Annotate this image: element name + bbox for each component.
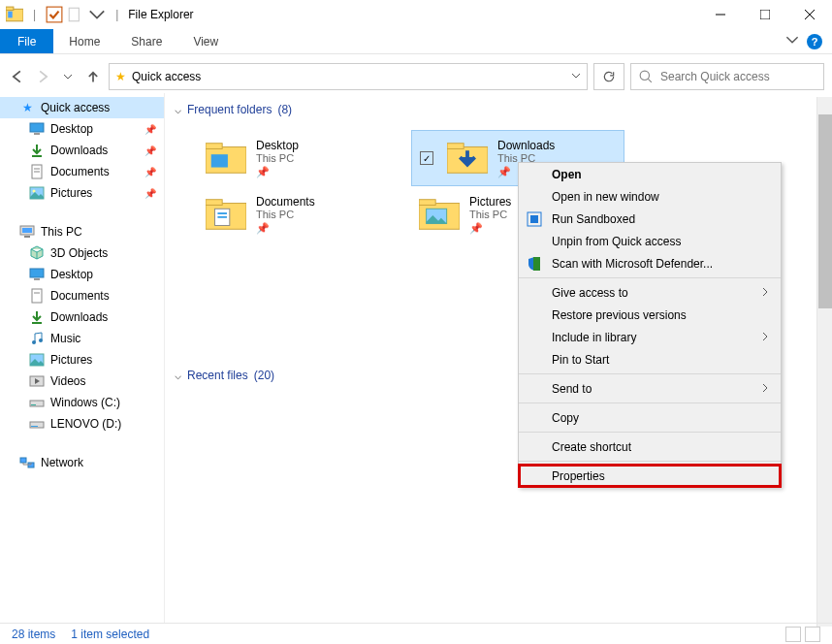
menu-item-restore-previous-versions[interactable]: Restore previous versions [519,304,781,326]
sandbox-icon [527,211,542,227]
menu-item-include-in-library[interactable]: Include in library [519,326,781,348]
details-view-button[interactable] [785,627,801,642]
forward-button[interactable] [33,67,52,86]
star-icon: ★ [19,100,35,115]
sidebar-item-documents-pc[interactable]: Documents [0,285,164,306]
separator: | [33,8,36,21]
sidebar-item-documents[interactable]: Documents📌 [0,161,164,182]
address-bar[interactable]: ★ Quick access [109,63,588,90]
menu-item-label: Open in new window [552,190,659,204]
network-icon [19,455,35,470]
explorer-icon [6,6,23,23]
downloads-icon [29,143,45,158]
sidebar-item-desktop-pc[interactable]: Desktop [0,264,164,285]
sidebar-item-pictures[interactable]: Pictures📌 [0,182,164,204]
menu-item-label: Give access to [552,286,628,300]
search-box[interactable] [630,63,824,90]
sidebar-item-downloads-pc[interactable]: Downloads [0,306,164,328]
svg-rect-3 [47,7,62,22]
sidebar-item-drive-c[interactable]: Windows (C:) [0,392,164,413]
sidebar-item-drive-d[interactable]: LENOVO (D:) [0,413,164,435]
sidebar-item-this-pc[interactable]: This PC [0,221,164,242]
tile-loc: This PC [469,209,511,220]
tab-view[interactable]: View [177,29,234,53]
frequent-folders-header[interactable]: ⌵ Frequent folders (8) [165,93,832,130]
help-icon[interactable]: ? [807,34,822,49]
window-title: File Explorer [128,8,193,21]
menu-item-label: Create shortcut [552,440,631,454]
sidebar-item-3d-objects[interactable]: 3D Objects [0,242,164,264]
menu-separator [519,432,781,433]
sidebar-item-network[interactable]: Network [0,452,164,473]
tab-home[interactable]: Home [53,29,115,53]
svg-rect-11 [30,123,44,132]
tile-loc: This PC [256,152,299,164]
defender-icon [527,256,542,272]
icons-view-button[interactable] [805,627,820,642]
menu-item-label: Include in library [552,331,636,344]
tile-loc: This PC [256,209,315,220]
tab-file[interactable]: File [0,29,53,53]
newfolder-qat-icon[interactable] [67,6,84,23]
documents-icon [29,288,45,304]
checkbox-icon[interactable]: ✓ [420,151,433,165]
menu-item-copy[interactable]: Copy [519,406,781,429]
sidebar-item-downloads[interactable]: Downloads📌 [0,140,164,161]
menu-item-properties[interactable]: Properties [519,465,781,487]
menu-item-label: Pin to Start [552,353,609,367]
window-controls [698,0,832,29]
menu-separator [519,402,781,403]
menu-item-send-to[interactable]: Send to [519,377,781,400]
chevron-down-icon: ⌵ [175,369,181,382]
menu-item-open[interactable]: Open [519,163,781,185]
up-button[interactable] [83,67,103,86]
svg-rect-2 [8,12,13,18]
maximize-button[interactable] [743,0,787,29]
menu-item-scan-with-microsoft-defender[interactable]: Scan with Microsoft Defender... [519,252,781,274]
recent-locations-button[interactable] [58,67,78,86]
scroll-thumb[interactable] [818,114,832,308]
menu-item-pin-to-start[interactable]: Pin to Start [519,348,781,370]
music-icon [29,331,45,346]
ribbon-expand-icon[interactable] [785,33,799,49]
scrollbar[interactable] [816,97,832,627]
sidebar-label: Downloads [50,144,108,157]
folder-tile-documents[interactable]: DocumentsThis PC📌 [198,186,411,242]
sidebar-quick-access: ★ Quick access Desktop📌 Downloads📌 Docum… [0,97,164,204]
address-dropdown-icon[interactable] [571,70,581,83]
sidebar-item-videos[interactable]: Videos [0,370,164,392]
close-button[interactable] [787,0,832,29]
menu-item-create-shortcut[interactable]: Create shortcut [519,435,781,458]
tab-share[interactable]: Share [115,29,177,53]
sidebar-item-pictures-pc[interactable]: Pictures [0,349,164,370]
svg-rect-43 [206,200,222,206]
menu-item-label: Open [552,168,582,181]
back-button[interactable] [8,67,27,86]
menu-item-label: Run Sandboxed [552,212,635,226]
sidebar-item-quick-access[interactable]: ★ Quick access [0,97,164,118]
sidebar-label: Videos [50,374,85,388]
sidebar-item-music[interactable]: Music [0,328,164,349]
svg-point-27 [32,340,36,344]
menu-item-label: Copy [552,411,579,425]
sidebar-label: Desktop [50,122,93,136]
sidebar-label: Documents [50,289,110,303]
menu-item-label: Send to [552,382,592,396]
svg-line-10 [648,79,652,82]
ribbon: File Home Share View ? [0,29,832,54]
qat-dropdown-icon[interactable] [88,6,106,23]
sidebar-item-desktop[interactable]: Desktop📌 [0,118,164,140]
svg-rect-52 [533,257,540,271]
menu-item-open-in-new-window[interactable]: Open in new window [519,185,781,208]
folder-tile-desktop[interactable]: DesktopThis PC📌 [198,130,411,186]
pictures-icon [29,352,45,368]
menu-item-run-sandboxed[interactable]: Run Sandboxed [519,208,781,230]
sidebar-this-pc: This PC 3D Objects Desktop Documents Dow… [0,221,164,435]
menu-item-unpin-from-quick-access[interactable]: Unpin from Quick access [519,230,781,252]
minimize-button[interactable] [698,0,743,29]
search-input[interactable] [660,70,816,83]
refresh-button[interactable] [593,63,624,90]
properties-qat-icon[interactable] [46,6,63,23]
sidebar: ★ Quick access Desktop📌 Downloads📌 Docum… [0,93,165,623]
menu-item-give-access-to[interactable]: Give access to [519,281,781,304]
